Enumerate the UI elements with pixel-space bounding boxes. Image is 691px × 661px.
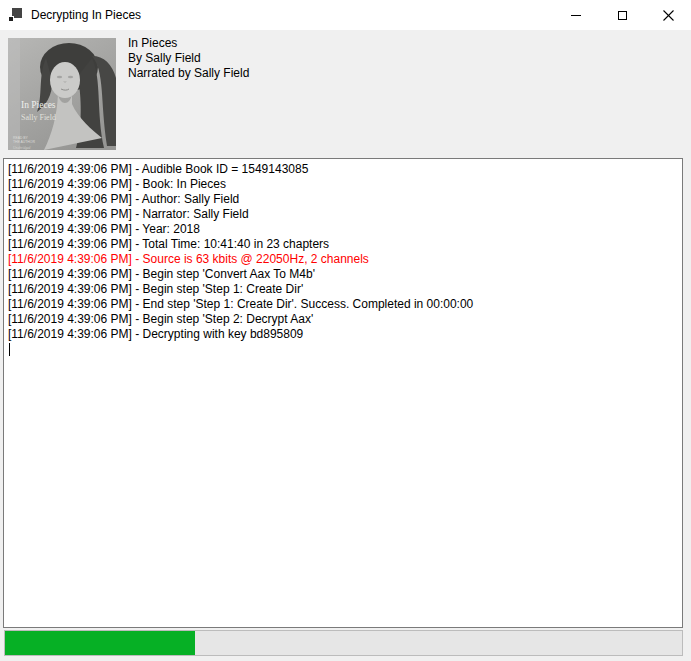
- log-line: [11/6/2019 4:39:06 PM] - Begin step 'Ste…: [8, 312, 680, 327]
- progress-bar: [4, 630, 683, 656]
- book-author: By Sally Field: [128, 51, 249, 66]
- progress-fill: [5, 631, 195, 655]
- maximize-button[interactable]: [599, 0, 645, 30]
- cover-read-by-line2: THE AUTHOR: [13, 140, 35, 144]
- close-button[interactable]: [645, 0, 691, 30]
- minimize-button[interactable]: [553, 0, 599, 30]
- book-narrator: Narrated by Sally Field: [128, 66, 249, 81]
- log-textbox[interactable]: [11/6/2019 4:39:06 PM] - Audible Book ID…: [3, 158, 683, 628]
- close-icon: [663, 10, 674, 21]
- book-title: In Pieces: [128, 36, 249, 51]
- log-line: [11/6/2019 4:39:06 PM] - Author: Sally F…: [8, 192, 680, 207]
- title-bar[interactable]: Decrypting In Pieces: [0, 0, 691, 30]
- log-line: [11/6/2019 4:39:06 PM] - Total Time: 10:…: [8, 237, 680, 252]
- log-line: [11/6/2019 4:39:06 PM] - Book: In Pieces: [8, 177, 680, 192]
- log-line: [11/6/2019 4:39:06 PM] - Year: 2018: [8, 222, 680, 237]
- cover-title: In Pieces: [21, 100, 56, 110]
- app-window: Decrypting In Pieces: [0, 0, 691, 661]
- maximize-icon: [618, 11, 627, 20]
- text-caret: [9, 343, 10, 356]
- log-line: [11/6/2019 4:39:06 PM] - Source is 63 kb…: [8, 252, 680, 267]
- app-icon-square-small: [8, 16, 14, 22]
- log-line: [11/6/2019 4:39:06 PM] - Audible Book ID…: [8, 162, 680, 177]
- cover-edition: Unabridged: [13, 146, 31, 150]
- log-line: [11/6/2019 4:39:06 PM] - Decrypting with…: [8, 327, 680, 342]
- cover-author: Sally Field: [21, 113, 56, 122]
- window-title: Decrypting In Pieces: [31, 8, 141, 22]
- caption-buttons: [553, 0, 691, 30]
- book-cover: In Pieces Sally Field READ BY THE AUTHOR…: [8, 38, 116, 150]
- app-icon: [8, 8, 22, 22]
- book-info: In Pieces By Sally Field Narrated by Sal…: [128, 36, 249, 81]
- log-line: [11/6/2019 4:39:06 PM] - End step 'Step …: [8, 297, 680, 312]
- log-line: [11/6/2019 4:39:06 PM] - Narrator: Sally…: [8, 207, 680, 222]
- minimize-icon: [571, 15, 581, 16]
- log-line: [11/6/2019 4:39:06 PM] - Begin step 'Con…: [8, 267, 680, 282]
- log-line: [11/6/2019 4:39:06 PM] - Begin step 'Ste…: [8, 282, 680, 297]
